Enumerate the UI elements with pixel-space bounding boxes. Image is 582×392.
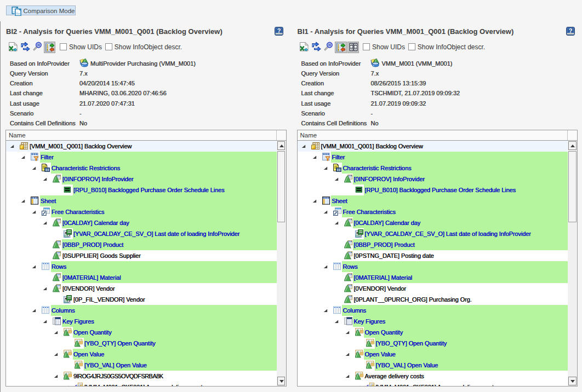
- svg-text:?: ?: [277, 27, 281, 33]
- svg-text:?: ?: [568, 27, 572, 33]
- svg-text:f: f: [366, 383, 369, 386]
- svg-text:f: f: [75, 383, 78, 386]
